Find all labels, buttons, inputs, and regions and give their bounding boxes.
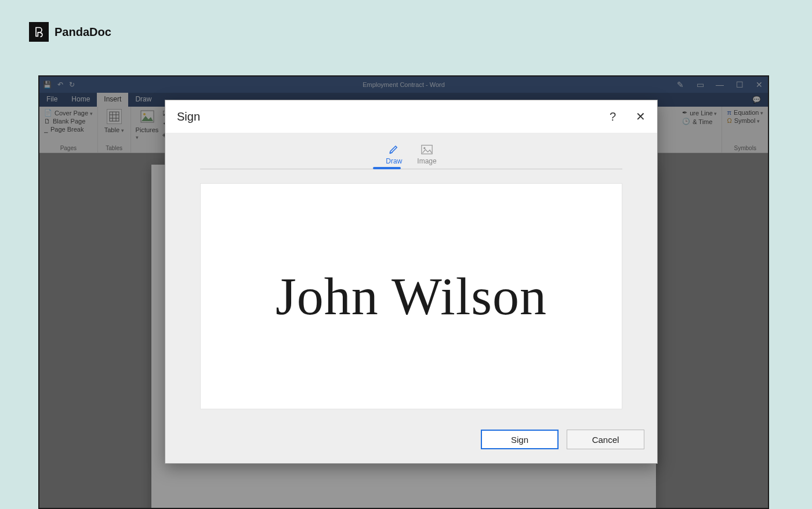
table-button[interactable]: Table — [103, 109, 126, 144]
tab-file[interactable]: File — [39, 93, 64, 107]
brand: PandaDoc — [29, 22, 111, 42]
group-pages: 📄 Cover Page 🗋 Blank Page ⎯ Page Break P… — [39, 107, 98, 152]
blank-page-button[interactable]: 🗋 Blank Page — [44, 118, 93, 125]
titlebar: 💾 ↶ ↻ Employment Contract - Word ✎ ▭ — ☐… — [39, 77, 768, 93]
tab-home[interactable]: Home — [64, 93, 97, 107]
save-icon[interactable]: 💾 — [43, 81, 52, 89]
redo-icon[interactable]: ↻ — [69, 81, 75, 89]
touch-icon[interactable]: ✎ — [675, 80, 686, 89]
signature-tabs: Draw Image — [200, 144, 622, 169]
tab-image[interactable]: Image — [417, 144, 436, 165]
cover-page-button[interactable]: 📄 Cover Page — [44, 109, 93, 117]
close-icon[interactable]: ✕ — [754, 80, 764, 89]
dialog-footer: Sign Cancel — [165, 423, 657, 463]
signature-text: John Wilson — [276, 266, 547, 327]
date-time-button[interactable]: 🕒 & Time — [682, 118, 717, 125]
tab-draw[interactable]: Draw — [386, 144, 402, 165]
group-symbols-caption: Symbols — [727, 144, 763, 151]
group-tables: Table Tables — [98, 107, 131, 152]
signature-line-button[interactable]: ✒ ure Line — [682, 109, 717, 117]
pandadoc-logo-icon — [29, 22, 49, 42]
image-icon — [420, 144, 433, 155]
svg-point-4 — [423, 147, 425, 149]
table-icon — [107, 109, 122, 124]
undo-icon[interactable]: ↶ — [57, 81, 63, 89]
tab-draw[interactable]: Draw — [128, 93, 158, 107]
brand-name: PandaDoc — [55, 26, 111, 39]
group-pages-caption: Pages — [44, 144, 93, 151]
help-icon[interactable]: ? — [610, 110, 616, 123]
dialog-close-icon[interactable]: ✕ — [636, 110, 646, 123]
symbol-button[interactable]: Ω Symbol — [727, 117, 763, 124]
tab-underline — [373, 167, 401, 169]
dialog-header: Sign ? ✕ — [165, 100, 657, 133]
group-text: ✒ ure Line 🕒 & Time — [677, 107, 722, 152]
share-icon[interactable]: 💬 — [745, 93, 768, 107]
svg-point-2 — [143, 113, 146, 115]
ribbon-options-icon[interactable]: ▭ — [695, 80, 705, 89]
pictures-button[interactable]: Pictures — [136, 109, 159, 144]
pictures-icon — [140, 109, 155, 124]
dialog-title: Sign — [177, 110, 200, 123]
maximize-icon[interactable]: ☐ — [734, 80, 745, 89]
pen-icon — [387, 144, 400, 155]
minimize-icon[interactable]: — — [715, 80, 725, 89]
sign-button[interactable]: Sign — [481, 430, 559, 449]
equation-button[interactable]: π Equation — [727, 109, 763, 116]
sign-dialog: Sign ? ✕ Draw Image John Wilson — [165, 100, 658, 464]
page-break-button[interactable]: ⎯ Page Break — [44, 126, 93, 133]
svg-rect-0 — [110, 112, 119, 121]
signature-canvas[interactable]: John Wilson — [200, 183, 622, 409]
document-title: Employment Contract - Word — [39, 81, 768, 88]
group-tables-caption: Tables — [103, 144, 126, 151]
cancel-button[interactable]: Cancel — [567, 430, 644, 449]
group-symbols: π Equation Ω Symbol Symbols — [722, 107, 768, 152]
tab-insert[interactable]: Insert — [97, 93, 128, 107]
